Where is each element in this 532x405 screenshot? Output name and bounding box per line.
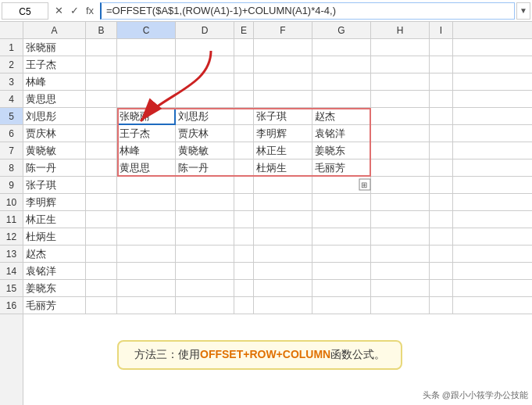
- cell-a1[interactable]: 张晓丽: [23, 39, 86, 56]
- cell-a12[interactable]: 杜炳生: [23, 228, 86, 246]
- cell-h6[interactable]: [371, 125, 430, 142]
- cell-c12[interactable]: [117, 228, 176, 246]
- cell-i11[interactable]: [430, 211, 453, 228]
- cell-i1[interactable]: [430, 39, 453, 56]
- cell-c4[interactable]: [117, 91, 176, 108]
- cell-b12[interactable]: [86, 228, 117, 246]
- cell-i12[interactable]: [430, 228, 453, 246]
- cell-a7[interactable]: 黄晓敏: [23, 142, 86, 159]
- cell-b7[interactable]: [86, 142, 117, 159]
- cell-i16[interactable]: [430, 297, 453, 314]
- cell-d16[interactable]: [176, 297, 234, 314]
- cell-c7[interactable]: 林峰: [117, 142, 176, 159]
- cell-c14[interactable]: [117, 263, 176, 280]
- cell-a14[interactable]: 袁铭洋: [23, 263, 86, 280]
- cell-g3[interactable]: [312, 73, 371, 91]
- cell-d4[interactable]: [176, 91, 234, 108]
- row-num-8[interactable]: 8: [0, 159, 23, 177]
- row-num-7[interactable]: 7: [0, 142, 23, 159]
- cell-f3[interactable]: [254, 73, 312, 91]
- cell-e14[interactable]: [234, 263, 254, 280]
- cell-h13[interactable]: [371, 246, 430, 263]
- cell-g15[interactable]: [312, 280, 371, 297]
- cell-d11[interactable]: [176, 211, 234, 228]
- cell-b8[interactable]: [86, 159, 117, 177]
- cell-e1[interactable]: [234, 39, 254, 56]
- cell-b5[interactable]: [86, 108, 117, 125]
- cell-e8[interactable]: [234, 159, 254, 177]
- cell-f5[interactable]: 张子琪: [254, 108, 312, 125]
- cell-a5[interactable]: 刘思彤: [23, 108, 86, 125]
- cell-g7[interactable]: 姜晓东: [312, 142, 371, 159]
- col-header-b[interactable]: B: [86, 22, 117, 38]
- row-num-16[interactable]: 16: [0, 297, 23, 314]
- cell-b16[interactable]: [86, 297, 117, 314]
- cell-e11[interactable]: [234, 211, 254, 228]
- cell-f7[interactable]: 林正生: [254, 142, 312, 159]
- cell-a4[interactable]: 黄思思: [23, 91, 86, 108]
- cell-f15[interactable]: [254, 280, 312, 297]
- cell-i3[interactable]: [430, 73, 453, 91]
- cell-h10[interactable]: [371, 194, 430, 211]
- cell-a11[interactable]: 林正生: [23, 211, 86, 228]
- cell-f4[interactable]: [254, 91, 312, 108]
- cell-i9[interactable]: [430, 177, 453, 194]
- cell-i4[interactable]: [430, 91, 453, 108]
- cell-g4[interactable]: [312, 91, 371, 108]
- cell-f14[interactable]: [254, 263, 312, 280]
- cell-e4[interactable]: [234, 91, 254, 108]
- cell-a2[interactable]: 王子杰: [23, 56, 86, 73]
- cell-f16[interactable]: [254, 297, 312, 314]
- cell-a10[interactable]: 李明辉: [23, 194, 86, 211]
- cell-e2[interactable]: [234, 56, 254, 73]
- fx-icon[interactable]: fx: [83, 3, 97, 19]
- row-num-5[interactable]: 5: [0, 108, 23, 125]
- cell-f2[interactable]: [254, 56, 312, 73]
- col-header-c[interactable]: C: [117, 22, 176, 38]
- formula-expand-button[interactable]: ▼: [516, 2, 530, 20]
- cell-i2[interactable]: [430, 56, 453, 73]
- row-num-13[interactable]: 13: [0, 246, 23, 263]
- cell-b6[interactable]: [86, 125, 117, 142]
- cell-a13[interactable]: 赵杰: [23, 246, 86, 263]
- cell-e5[interactable]: [234, 108, 254, 125]
- cell-c2[interactable]: [117, 56, 176, 73]
- cell-a15[interactable]: 姜晓东: [23, 280, 86, 297]
- cell-h11[interactable]: [371, 211, 430, 228]
- cell-d5[interactable]: 刘思彤: [176, 108, 234, 125]
- confirm-icon[interactable]: ✓: [67, 3, 81, 19]
- col-header-f[interactable]: F: [254, 22, 312, 38]
- cell-i10[interactable]: [430, 194, 453, 211]
- cell-f6[interactable]: 李明辉: [254, 125, 312, 142]
- cell-h9[interactable]: [371, 177, 430, 194]
- row-num-3[interactable]: 3: [0, 73, 23, 91]
- cell-h12[interactable]: [371, 228, 430, 246]
- col-header-g[interactable]: G: [312, 22, 371, 38]
- cell-e9[interactable]: [234, 177, 254, 194]
- row-num-11[interactable]: 11: [0, 211, 23, 228]
- cell-d8[interactable]: 陈一丹: [176, 159, 234, 177]
- row-num-12[interactable]: 12: [0, 228, 23, 246]
- cell-g13[interactable]: [312, 246, 371, 263]
- col-header-d[interactable]: D: [176, 22, 234, 38]
- cell-g16[interactable]: [312, 297, 371, 314]
- cell-d15[interactable]: [176, 280, 234, 297]
- cell-i7[interactable]: [430, 142, 453, 159]
- cell-f8[interactable]: 杜炳生: [254, 159, 312, 177]
- cell-c1[interactable]: [117, 39, 176, 56]
- cell-d6[interactable]: 贾庆林: [176, 125, 234, 142]
- cell-d12[interactable]: [176, 228, 234, 246]
- cell-i13[interactable]: [430, 246, 453, 263]
- cell-c6[interactable]: 王子杰: [117, 125, 176, 142]
- cell-c13[interactable]: [117, 246, 176, 263]
- cell-h1[interactable]: [371, 39, 430, 56]
- cell-h3[interactable]: [371, 73, 430, 91]
- cell-c15[interactable]: [117, 280, 176, 297]
- cell-d10[interactable]: [176, 194, 234, 211]
- cell-h16[interactable]: [371, 297, 430, 314]
- cell-e13[interactable]: [234, 246, 254, 263]
- cell-d2[interactable]: [176, 56, 234, 73]
- cell-e10[interactable]: [234, 194, 254, 211]
- cell-f13[interactable]: [254, 246, 312, 263]
- row-num-14[interactable]: 14: [0, 263, 23, 280]
